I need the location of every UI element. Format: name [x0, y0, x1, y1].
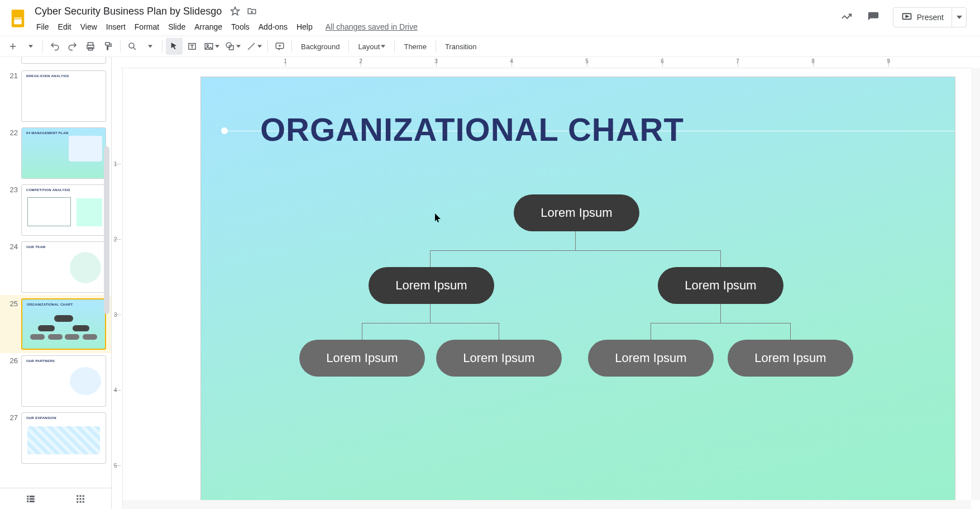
background-button[interactable]: Background — [295, 38, 345, 55]
svg-rect-19 — [30, 496, 35, 497]
zoom-button[interactable] — [124, 38, 141, 55]
comments-icon[interactable] — [866, 10, 881, 25]
slide-thumbnail[interactable]: 04 MANAGEMENT PLAN — [21, 127, 106, 179]
ruler-label: 1 — [114, 161, 117, 167]
image-tool[interactable] — [202, 38, 222, 55]
paint-format-button[interactable] — [100, 38, 117, 55]
org-connector — [362, 323, 499, 324]
org-left[interactable]: Lorem Ipsum — [369, 267, 494, 304]
select-tool[interactable] — [166, 38, 183, 55]
menu-format[interactable]: Format — [131, 21, 163, 33]
theme-button[interactable]: Theme — [398, 38, 432, 55]
toolbar-separator — [394, 40, 395, 53]
present-dropdown[interactable] — [952, 8, 966, 27]
menu-insert[interactable]: Insert — [102, 21, 130, 33]
doc-title[interactable]: Cyber Security Business Plan by Slidesgo — [32, 4, 224, 18]
new-slide-button[interactable] — [4, 38, 21, 55]
slide-number: 25 — [3, 299, 18, 308]
layout-label: Layout — [358, 42, 380, 51]
svg-rect-22 — [77, 495, 78, 497]
canvas-scrollbar-y[interactable] — [971, 68, 980, 500]
slide-thumbnail[interactable]: OUR TEAM — [21, 241, 106, 293]
org-rr[interactable]: Lorem Ipsum — [728, 340, 853, 377]
filmstrip-scroll[interactable]: 20ADVERTISING AND PROMOTION21BREAK-EVEN … — [0, 57, 111, 488]
vertical-ruler[interactable]: 12345 — [112, 68, 123, 509]
star-icon[interactable] — [230, 6, 241, 17]
comment-tool[interactable] — [271, 38, 288, 55]
svg-rect-28 — [77, 501, 78, 502]
thumbnail-title: ORGANIZATIONAL CHART — [27, 303, 73, 306]
textbox-tool[interactable] — [184, 38, 200, 55]
menu-edit[interactable]: Edit — [54, 21, 75, 33]
menu-tools[interactable]: Tools — [227, 21, 254, 33]
menu-addons[interactable]: Add-ons — [255, 21, 291, 33]
zoom-dropdown[interactable] — [142, 38, 159, 55]
org-root[interactable]: Lorem Ipsum — [514, 194, 639, 231]
org-ll[interactable]: Lorem Ipsum — [299, 340, 425, 377]
ruler-label: 2 — [114, 236, 117, 242]
svg-point-12 — [207, 45, 208, 46]
org-rl[interactable]: Lorem Ipsum — [588, 340, 714, 377]
save-status[interactable]: All changes saved in Drive — [326, 22, 418, 31]
thumbnail-title: BREAK-EVEN ANALYSIS — [26, 74, 69, 78]
thumbnail-title: OUR EXPANSION — [26, 416, 56, 420]
slide-number: 27 — [3, 413, 18, 422]
svg-rect-8 — [106, 42, 110, 45]
filmstrip-view-list-icon[interactable] — [22, 491, 39, 507]
redo-button[interactable] — [64, 38, 81, 55]
undo-button[interactable] — [46, 38, 63, 55]
present-button[interactable]: Present — [893, 8, 952, 27]
menu-slide[interactable]: Slide — [164, 21, 189, 33]
new-slide-dropdown[interactable] — [22, 38, 39, 55]
activity-icon[interactable] — [839, 10, 854, 25]
svg-rect-2 — [14, 18, 22, 19]
filmstrip-scrollbar[interactable] — [102, 57, 111, 488]
horizontal-ruler[interactable]: 123456789 — [121, 57, 971, 68]
svg-rect-27 — [83, 498, 84, 500]
org-connector — [430, 250, 720, 251]
menu-file[interactable]: File — [32, 21, 53, 33]
slide-thumbnail[interactable]: OUR PARTNERS — [21, 355, 106, 407]
ruler-label: 4 — [510, 58, 513, 64]
toolbar-separator — [42, 40, 43, 53]
slide-thumbnail[interactable]: BREAK-EVEN ANALYSIS — [21, 70, 106, 122]
slide-thumbnail[interactable]: ADVERTISING AND PROMOTION — [21, 57, 106, 64]
canvas-area: 123456789 12345 ORGANIZATIONAL CHART Lor… — [112, 57, 980, 509]
layout-button[interactable]: Layout — [352, 38, 391, 55]
canvas-scrollbar-x[interactable] — [123, 500, 971, 509]
filmstrip-footer — [0, 488, 111, 509]
slide-number: 24 — [3, 242, 18, 251]
menu-help[interactable]: Help — [293, 21, 317, 33]
slide-thumbnail[interactable]: ORGANIZATIONAL CHART — [21, 298, 106, 350]
doc-title-row: Cyber Security Business Plan by Slidesgo — [32, 4, 839, 18]
slide-title[interactable]: ORGANIZATIONAL CHART — [260, 111, 684, 148]
app-logo[interactable] — [7, 7, 29, 30]
svg-rect-25 — [77, 498, 78, 500]
present-group: Present — [893, 7, 967, 27]
filmstrip: 20ADVERTISING AND PROMOTION21BREAK-EVEN … — [0, 57, 112, 509]
org-right[interactable]: Lorem Ipsum — [658, 267, 783, 304]
org-connector — [651, 323, 651, 340]
filmstrip-view-grid-icon[interactable] — [72, 491, 89, 507]
menu-view[interactable]: View — [77, 21, 101, 33]
transition-button[interactable]: Transition — [439, 38, 482, 55]
scrollbar-thumb[interactable] — [104, 146, 109, 314]
move-icon[interactable] — [246, 6, 257, 17]
toolbar-separator — [120, 40, 121, 53]
toolbar: Background Layout Theme Transition — [0, 36, 980, 57]
svg-rect-20 — [30, 498, 35, 500]
slide-thumbnail[interactable]: COMPETITION ANALYSIS — [21, 184, 106, 236]
line-tool[interactable] — [244, 38, 264, 55]
ruler-label: 3 — [434, 58, 438, 64]
slide-thumbnail[interactable]: OUR EXPANSION — [21, 412, 106, 464]
docbar: Cyber Security Business Plan by Slidesgo… — [0, 0, 980, 36]
menu-arrange[interactable]: Arrange — [190, 21, 226, 33]
shape-tool[interactable] — [223, 38, 243, 55]
slide-canvas[interactable]: ORGANIZATIONAL CHART Lorem Ipsum Lorem I… — [201, 77, 955, 502]
print-button[interactable] — [82, 38, 99, 55]
svg-point-9 — [129, 43, 134, 48]
org-connector — [575, 231, 576, 250]
ruler-label: 4 — [114, 387, 117, 393]
toolbar-separator — [162, 40, 162, 53]
org-lr[interactable]: Lorem Ipsum — [436, 340, 562, 377]
